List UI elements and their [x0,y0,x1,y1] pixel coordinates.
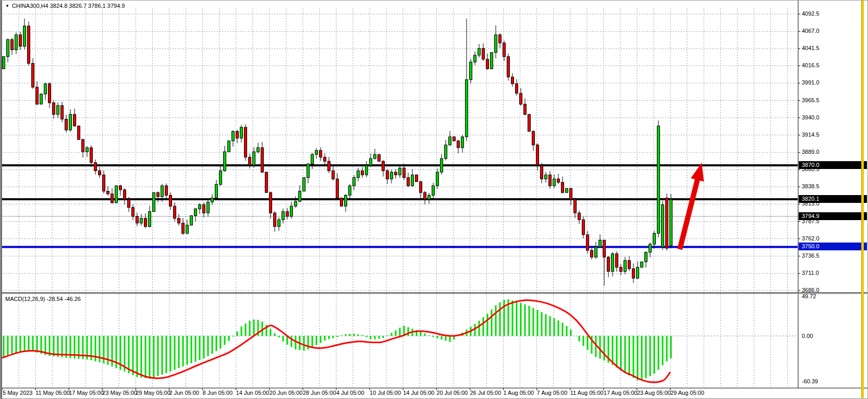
macd-indicator-label: MACD(12,26,9) -28.54 -46.26 [5,296,81,302]
time-tick-label: 8 Jun 05:00 [203,390,233,396]
time-tick-label: 29 May 05:00 [136,390,170,396]
trading-chart-window: ▼CHINA300,H4 3824.8 3826.7 3786.1 3794.9… [0,0,868,399]
price-tick-label: 4016.5 [802,62,820,68]
price-tag-3750.0: 3750.0 [799,243,867,250]
trend-arrow-shaft[interactable] [680,177,698,249]
time-tick-label: 1 Aug 05:00 [504,390,534,396]
left-window-edge [1,1,2,399]
time-tick-label: 23 Aug 05:00 [637,390,671,396]
price-tick-label: 3914.5 [802,131,820,138]
price-tag-3794.9: 3794.9 [799,212,867,220]
time-tick-label: 4 Jul 05:00 [336,390,364,396]
time-tick-label: 20 Jun 05:00 [270,390,303,396]
macd-scale-label: -60.39 [802,378,818,384]
time-tick-label: 17 May 05:00 [69,390,104,396]
time-tick-label: 26 Jul 05:00 [470,390,501,396]
price-tick-label: 3940.0 [802,114,820,120]
time-tick-label: 23 May 05:00 [102,390,137,396]
price-tag-3870.0: 3870.0 [799,161,867,169]
right-accent-strip [861,1,864,399]
time-tick-label: 28 Jun 05:00 [303,390,336,396]
price-tick-label: 3762.0 [802,235,820,241]
time-tick-label: 20 Jul 05:00 [436,390,468,396]
price-tick-label: 4041.5 [802,45,820,51]
price-tag-3820.1: 3820.1 [799,195,867,203]
time-tick-label: 17 Aug 05:00 [604,390,638,396]
price-tick-label: 3838.5 [802,183,820,189]
symbol-dropdown-icon[interactable]: ▼ [5,4,9,8]
price-tick-label: 3711.0 [802,270,819,276]
price-tick-label: 3889.0 [802,149,820,155]
time-tick-label: 11 May 05:00 [35,390,70,396]
time-tick-label: 2 Jun 05:00 [169,390,200,396]
price-tick-label: 4067.0 [802,28,820,34]
time-tick-label: 14 Jun 05:00 [236,390,270,396]
symbol-info-label: CHINA300,H4 3824.8 3826.7 3786.1 3794.9 [12,3,125,9]
price-tick-label: 3991.0 [802,79,820,86]
chart-header: ▼CHINA300,H4 3824.8 3826.7 3786.1 3794.9 [5,3,125,9]
price-tick-label: 4092.5 [802,10,820,17]
macd-scale-label: 0.00 [802,333,813,339]
chart-canvas[interactable] [1,1,868,399]
time-tick-label: 14 Jul 05:00 [403,390,434,396]
time-tick-label: 29 Aug 05:00 [670,390,704,396]
time-tick-label: 11 Aug 05:00 [570,390,604,396]
time-tick-label: 10 Jul 05:00 [370,390,401,396]
price-tick-label: 3965.5 [802,97,820,103]
time-tick-label: 7 Aug 05:00 [537,390,568,396]
time-tick-label: 5 May 2023 [3,390,32,396]
macd-scale-label: 49.72 [802,293,816,299]
price-tick-label: 3736.5 [802,252,820,259]
price-tick-label: 3686.0 [802,287,820,293]
